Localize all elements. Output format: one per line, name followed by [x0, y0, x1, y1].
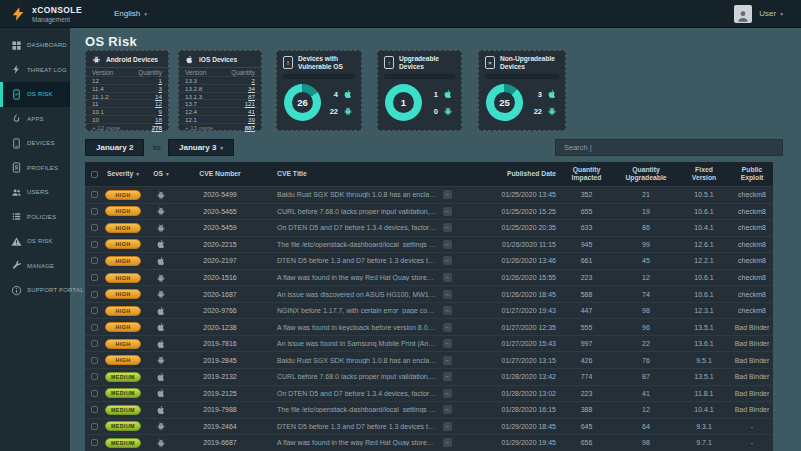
- cve-title: A flaw was found in the way Red Hat Quay…: [261, 274, 437, 281]
- sidebar-item-os-risk[interactable]: OS RISK: [0, 229, 70, 254]
- sidebar-item-os-risk[interactable]: OS RISK: [0, 82, 70, 107]
- row-checkbox[interactable]: [91, 224, 98, 231]
- user-menu[interactable]: User ▾: [759, 9, 783, 18]
- os-version-quantity-link[interactable]: 12: [155, 100, 162, 107]
- os-version-quantity-link[interactable]: 87: [248, 93, 255, 100]
- expand-icon[interactable]: →: [443, 405, 452, 414]
- apple-icon: [143, 405, 179, 415]
- sidebar-item-dashboard[interactable]: DASHBOARD: [0, 33, 70, 58]
- sidebar-item-threat-log[interactable]: THREAT LOG: [0, 58, 70, 83]
- sidebar-item-support-portal[interactable]: SUPPORT PORTAL: [0, 278, 70, 303]
- version-column-label: Version: [92, 69, 113, 76]
- sidebar-item-devices[interactable]: DEVICES: [0, 131, 70, 156]
- published-date: 01/28/2020 13:02: [457, 390, 558, 397]
- severity-cell: HIGH: [103, 306, 143, 316]
- row-checkbox[interactable]: [91, 191, 98, 198]
- row-checkbox[interactable]: [91, 423, 98, 430]
- header-severity[interactable]: Severity ▾: [103, 170, 143, 178]
- os-version-quantity-link[interactable]: 121: [245, 100, 255, 107]
- avatar[interactable]: [734, 5, 752, 23]
- row-checkbox[interactable]: [91, 439, 98, 446]
- expand-icon[interactable]: →: [443, 207, 452, 216]
- header-os[interactable]: OS ▾: [143, 170, 179, 178]
- os-version-row: 13.32: [179, 76, 261, 84]
- os-version: 13.7: [185, 100, 197, 107]
- expand-icon[interactable]: →: [443, 356, 452, 365]
- quantity-upgradeable: 96: [615, 324, 677, 331]
- cve-number: 2019-7816: [179, 340, 261, 347]
- row-checkbox[interactable]: [91, 357, 98, 364]
- cve-number: 2019-2132: [179, 373, 261, 380]
- row-checkbox[interactable]: [91, 390, 98, 397]
- os-counts: 322: [534, 89, 558, 116]
- language-selector[interactable]: English ▾: [114, 9, 147, 18]
- date-from-button[interactable]: January 2: [85, 139, 144, 156]
- os-version-quantity-link[interactable]: 41: [248, 108, 255, 115]
- cve-title: A flaw was found in keycloack before ver…: [261, 324, 437, 331]
- row-checkbox[interactable]: [91, 274, 98, 281]
- expand-icon[interactable]: →: [443, 422, 452, 431]
- os-version-quantity-link[interactable]: 3: [159, 85, 162, 92]
- select-all-checkbox[interactable]: [91, 171, 98, 178]
- header-quantity-impacted: Quantity Impacted: [558, 166, 615, 183]
- severity-badge: HIGH: [105, 289, 141, 299]
- published-date: 01/26/2020 15:55: [457, 274, 558, 281]
- more-versions-link[interactable]: + 13 more: [185, 124, 213, 131]
- os-version-quantity-link[interactable]: 1: [159, 77, 162, 84]
- expand-icon[interactable]: →: [443, 273, 452, 282]
- row-checkbox-cell: [85, 224, 103, 231]
- severity-badge: HIGH: [105, 339, 141, 349]
- row-checkbox[interactable]: [91, 257, 98, 264]
- manage-icon: [11, 260, 22, 271]
- expand-icon[interactable]: →: [443, 389, 452, 398]
- expand-icon[interactable]: →: [443, 256, 452, 265]
- row-checkbox[interactable]: [91, 373, 98, 380]
- sidebar-item-manage[interactable]: MANAGE: [0, 254, 70, 279]
- expand-icon[interactable]: →: [443, 339, 452, 348]
- cve-title: On DTEN D5 and D7 before 1.3.4 devices, …: [261, 390, 437, 397]
- row-checkbox[interactable]: [91, 406, 98, 413]
- os-version-quantity-link[interactable]: 14: [155, 93, 162, 100]
- expand-icon[interactable]: →: [443, 306, 452, 315]
- expand-icon[interactable]: →: [443, 372, 452, 381]
- sidebar-item-profiles[interactable]: PROFILES: [0, 156, 70, 181]
- table-row: HIGH2020-9766NGINX before 1.17.7, with c…: [85, 302, 773, 319]
- search-input[interactable]: [555, 139, 783, 156]
- os-version-quantity-link[interactable]: 34: [248, 85, 255, 92]
- card-header: ×Non-Upgradeable Devices: [479, 51, 565, 73]
- sidebar-item-users[interactable]: USERS: [0, 180, 70, 205]
- expand-icon[interactable]: →: [443, 290, 452, 299]
- android-count: 22: [330, 107, 338, 116]
- more-versions-link[interactable]: + 12 more: [92, 124, 120, 131]
- card-title: iOS Devices: [199, 56, 237, 64]
- donut-chart: 1: [385, 84, 422, 121]
- row-checkbox[interactable]: [91, 324, 98, 331]
- android-icon: [143, 223, 179, 233]
- total-quantity-link[interactable]: 278: [152, 124, 162, 131]
- os-version-quantity-link[interactable]: 18: [155, 116, 162, 123]
- date-to-button[interactable]: January 3 ▾: [168, 139, 234, 156]
- severity-cell: HIGH: [103, 273, 143, 283]
- cve-number: 2019-2845: [179, 357, 261, 364]
- os-version: 13.1.3: [185, 93, 202, 100]
- row-checkbox[interactable]: [91, 307, 98, 314]
- total-quantity-link[interactable]: 887: [245, 124, 255, 131]
- expand-icon[interactable]: →: [443, 438, 452, 447]
- os-version-quantity-link[interactable]: 39: [248, 116, 255, 123]
- os-version-quantity-link[interactable]: 2: [252, 77, 255, 84]
- expand-icon[interactable]: →: [443, 240, 452, 249]
- expand-icon[interactable]: →: [443, 323, 452, 332]
- row-checkbox[interactable]: [91, 208, 98, 215]
- sidebar-item-label: MANAGE: [27, 263, 54, 269]
- row-checkbox[interactable]: [91, 241, 98, 248]
- row-checkbox[interactable]: [91, 340, 98, 347]
- expand-icon[interactable]: →: [443, 190, 452, 199]
- sidebar-item-apps[interactable]: APPS: [0, 107, 70, 132]
- quantity-impacted: 774: [558, 373, 615, 380]
- quantity-impacted: 352: [558, 191, 615, 198]
- expand-icon[interactable]: →: [443, 223, 452, 232]
- row-checkbox[interactable]: [91, 291, 98, 298]
- severity-badge: HIGH: [105, 206, 141, 216]
- sidebar-item-policies[interactable]: POLICIES: [0, 205, 70, 230]
- os-version-quantity-link[interactable]: 9: [159, 108, 162, 115]
